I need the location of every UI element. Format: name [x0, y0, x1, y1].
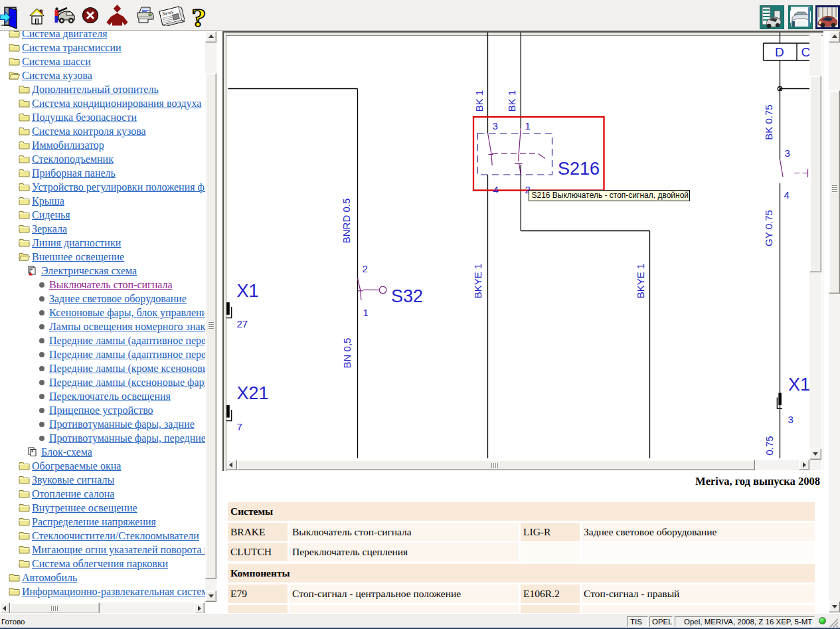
svg-text:1: 1 — [363, 307, 369, 318]
svg-text:X21: X21 — [237, 383, 269, 403]
svg-text:2: 2 — [363, 263, 368, 274]
svg-text:S216: S216 — [558, 159, 600, 179]
svg-text:BK 1: BK 1 — [506, 90, 517, 112]
svg-text:BKYE 1: BKYE 1 — [472, 264, 483, 299]
svg-text:X1: X1 — [237, 281, 259, 301]
svg-text:7: 7 — [237, 421, 242, 432]
svg-text:X1: X1 — [788, 375, 809, 395]
svg-text:0.75: 0.75 — [764, 436, 775, 455]
svg-text:D: D — [775, 45, 784, 59]
svg-text:4: 4 — [784, 189, 790, 201]
svg-text:3: 3 — [493, 120, 498, 132]
svg-text:C: C — [801, 45, 810, 59]
svg-text:BK 0.75: BK 0.75 — [763, 104, 774, 139]
svg-text:BN 0,5: BN 0,5 — [341, 338, 353, 369]
svg-text:3: 3 — [788, 414, 794, 425]
svg-text:BKYE 1: BKYE 1 — [635, 264, 646, 299]
svg-text:BK 1: BK 1 — [473, 90, 485, 112]
svg-text:3: 3 — [785, 147, 790, 159]
svg-text:?: ? — [191, 4, 206, 29]
svg-text:4: 4 — [493, 184, 499, 195]
svg-text:27: 27 — [237, 318, 248, 329]
svg-text:1: 1 — [525, 120, 531, 132]
svg-text:GY 0.75: GY 0.75 — [763, 210, 774, 246]
svg-text:BNRD 0.5: BNRD 0.5 — [341, 199, 352, 244]
svg-text:S32: S32 — [391, 286, 423, 306]
